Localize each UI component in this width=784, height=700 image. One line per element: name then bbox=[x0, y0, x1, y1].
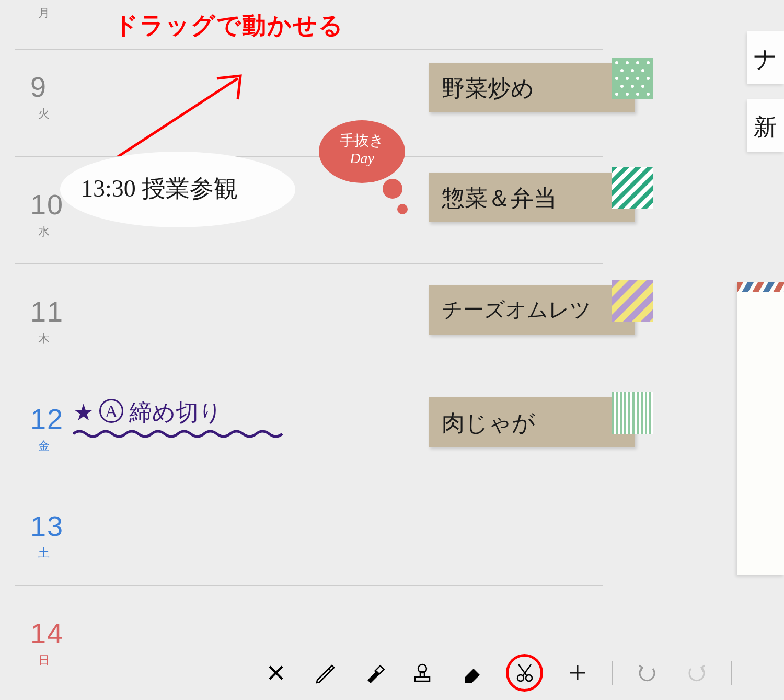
side-panel-stub[interactable]: ナ bbox=[747, 31, 784, 84]
svg-point-8 bbox=[641, 69, 644, 72]
deadline-text: 締め切り bbox=[129, 400, 222, 426]
svg-point-12 bbox=[647, 77, 650, 80]
svg-point-17 bbox=[626, 93, 629, 96]
redo-button[interactable] bbox=[682, 658, 711, 687]
sticky-note[interactable]: 肉じゃが bbox=[429, 397, 635, 447]
airmail-border-icon bbox=[737, 282, 784, 292]
svg-point-5 bbox=[647, 61, 650, 64]
stamp-tool-button[interactable] bbox=[408, 658, 437, 687]
toolbar-divider bbox=[612, 661, 613, 685]
svg-point-18 bbox=[636, 93, 639, 96]
side-panel-stub[interactable]: 新 bbox=[747, 99, 784, 152]
sticky-note[interactable]: 野菜炒め bbox=[429, 63, 635, 112]
sticky-note[interactable]: チーズオムレツ bbox=[429, 285, 635, 335]
wavy-underline bbox=[73, 429, 287, 439]
drawing-toolbar bbox=[251, 650, 732, 695]
svg-point-7 bbox=[631, 69, 634, 72]
svg-point-4 bbox=[636, 61, 639, 64]
side-panel-card[interactable] bbox=[737, 282, 784, 575]
speech-bubble-sticker[interactable]: 手抜き Day bbox=[319, 120, 405, 183]
pen-tool-button[interactable] bbox=[310, 658, 340, 687]
svg-point-9 bbox=[615, 77, 618, 80]
weekday-label: 金 bbox=[38, 438, 50, 454]
svg-point-13 bbox=[620, 85, 624, 88]
svg-point-10 bbox=[626, 77, 629, 80]
close-icon bbox=[267, 663, 285, 682]
undo-button[interactable] bbox=[633, 658, 662, 687]
weekday-label: 月 bbox=[38, 5, 50, 21]
sticky-note[interactable]: 惣菜＆弁当 bbox=[429, 173, 635, 222]
add-button[interactable] bbox=[563, 658, 592, 687]
svg-point-15 bbox=[641, 85, 644, 88]
day-number: 9 bbox=[30, 71, 47, 103]
day-number: 13 bbox=[30, 510, 64, 542]
handwritten-event[interactable]: 13:30 授業参観 bbox=[81, 173, 238, 205]
bubble-text-line2: Day bbox=[350, 150, 374, 166]
svg-point-19 bbox=[647, 93, 650, 96]
washi-tape-icon bbox=[612, 280, 653, 322]
handwritten-deadline[interactable]: ★ A 締め切り bbox=[73, 397, 222, 428]
svg-point-14 bbox=[631, 85, 634, 88]
weekday-label: 火 bbox=[38, 106, 50, 122]
plus-icon bbox=[567, 662, 588, 683]
day-number: 10 bbox=[30, 188, 64, 221]
marker-tool-button[interactable] bbox=[359, 658, 388, 687]
eraser-tool-button[interactable] bbox=[457, 658, 486, 687]
weekday-label: 水 bbox=[38, 224, 50, 239]
svg-rect-25 bbox=[612, 280, 653, 322]
scissors-tool-button[interactable] bbox=[506, 654, 544, 692]
stub-text: ナ bbox=[747, 31, 784, 87]
day-number: 12 bbox=[30, 403, 64, 435]
svg-point-11 bbox=[636, 77, 639, 80]
toolbar-divider bbox=[731, 661, 732, 685]
svg-rect-22 bbox=[612, 167, 653, 209]
washi-tape-icon bbox=[612, 392, 653, 434]
sticky-text: チーズオムレツ bbox=[429, 285, 635, 335]
eraser-icon bbox=[460, 661, 483, 684]
sticky-text: 惣菜＆弁当 bbox=[429, 173, 635, 224]
svg-rect-37 bbox=[415, 677, 430, 681]
svg-point-3 bbox=[626, 61, 629, 64]
weekday-label: 日 bbox=[38, 652, 50, 668]
day-number: 11 bbox=[30, 295, 64, 328]
sticky-text: 肉じゃが bbox=[429, 397, 635, 449]
svg-point-16 bbox=[615, 93, 618, 96]
weekday-label: 土 bbox=[38, 545, 50, 561]
circled-letter-badge: A bbox=[99, 399, 123, 423]
bubble-text-line1: 手抜き bbox=[340, 132, 384, 148]
stub-text: 新 bbox=[747, 99, 784, 155]
svg-line-41 bbox=[518, 664, 527, 676]
washi-tape-icon bbox=[612, 58, 653, 99]
pen-icon bbox=[313, 661, 336, 684]
washi-tape-icon bbox=[612, 167, 653, 209]
svg-rect-28 bbox=[612, 392, 653, 434]
svg-point-2 bbox=[615, 61, 618, 64]
svg-line-40 bbox=[523, 664, 531, 676]
sticky-text: 野菜炒め bbox=[429, 63, 635, 114]
svg-point-6 bbox=[620, 69, 624, 72]
close-button[interactable] bbox=[261, 658, 291, 687]
day-number: 14 bbox=[30, 617, 64, 649]
marker-icon bbox=[362, 661, 385, 684]
weekday-label: 木 bbox=[38, 331, 50, 347]
stamp-icon bbox=[411, 661, 434, 684]
undo-icon bbox=[636, 661, 659, 684]
redo-icon bbox=[685, 661, 708, 684]
scissors-icon bbox=[513, 661, 536, 684]
star-icon: ★ bbox=[73, 400, 94, 426]
svg-rect-31 bbox=[737, 282, 784, 292]
